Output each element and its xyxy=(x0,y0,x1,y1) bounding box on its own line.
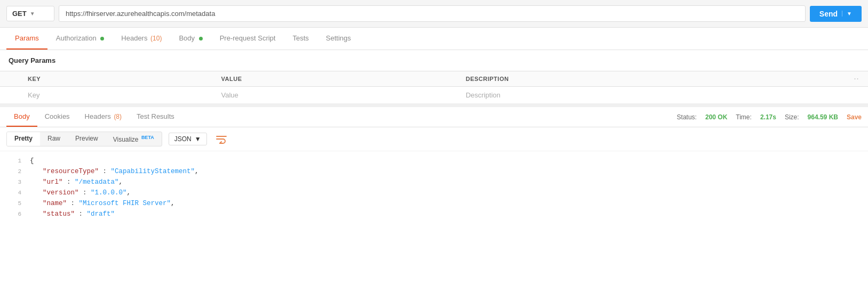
method-select[interactable]: GET ▼ xyxy=(6,6,54,21)
json-format-select[interactable]: JSON ▼ xyxy=(169,133,207,145)
format-tab-pretty[interactable]: Pretty xyxy=(7,132,40,146)
query-params-title: Query Params xyxy=(0,50,868,71)
json-open-brace: { xyxy=(30,156,34,166)
json-key-3: "url" xyxy=(43,178,63,186)
resp-cookies-label: Cookies xyxy=(45,112,70,120)
tab-authorization-label: Authorization xyxy=(56,34,97,42)
tab-headers-label: Headers xyxy=(121,34,147,42)
tab-headers[interactable]: Headers (10) xyxy=(113,28,170,50)
json-key-6: "status" xyxy=(43,210,75,218)
time-value: 2.17s xyxy=(760,113,776,121)
json-key-5: "name" xyxy=(43,200,67,207)
format-tabs: Pretty Raw Preview Visualize BETA xyxy=(6,132,162,146)
tab-tests-label: Tests xyxy=(292,34,308,42)
resp-tab-headers[interactable]: Headers (8) xyxy=(77,107,129,127)
json-line-3: 3 "url" : "/metadata", xyxy=(0,177,868,187)
send-button[interactable]: Send ▼ xyxy=(810,6,862,22)
response-toolbar: Pretty Raw Preview Visualize BETA JSON ▼ xyxy=(0,127,868,151)
json-select-chevron-icon: ▼ xyxy=(195,135,201,143)
size-value: 964.59 KB xyxy=(808,113,838,121)
row-key-cell[interactable]: Key xyxy=(19,87,213,104)
json-body: 1 { 2 "resourceType" : "CapabilityStatem… xyxy=(0,151,868,224)
checkbox-col-header xyxy=(0,71,19,87)
authorization-dot-icon xyxy=(100,37,104,40)
key-col-header: KEY xyxy=(19,71,213,87)
row-value-cell[interactable]: Value xyxy=(213,87,457,104)
json-key-4: "version" xyxy=(43,189,79,197)
tab-pre-request-script-label: Pre-request Script xyxy=(220,34,276,42)
wrap-button[interactable] xyxy=(213,132,229,146)
time-label: Time: xyxy=(736,113,752,121)
tab-body[interactable]: Body xyxy=(170,28,211,50)
json-line-1: 1 { xyxy=(0,156,868,166)
line-num-4: 4 xyxy=(4,189,21,198)
json-value-4: "1.0.0.0" xyxy=(91,189,127,197)
json-format-label: JSON xyxy=(174,135,192,143)
format-visualize-label: Visualize xyxy=(113,136,139,143)
resp-body-label: Body xyxy=(14,112,30,120)
tab-params[interactable]: Params xyxy=(6,28,47,50)
value-placeholder: Value xyxy=(221,91,238,99)
params-table: KEY VALUE DESCRIPTION ·· Key Value Descr… xyxy=(0,71,868,104)
url-input[interactable] xyxy=(59,5,806,22)
line-num-1: 1 xyxy=(4,157,21,166)
response-tabs: Body Cookies Headers (8) Test Results xyxy=(6,107,677,127)
tab-tests[interactable]: Tests xyxy=(284,28,317,50)
json-colon-2: : xyxy=(103,168,111,175)
method-label: GET xyxy=(12,10,27,18)
line-num-2: 2 xyxy=(4,167,21,177)
line-num-5: 5 xyxy=(4,199,21,209)
resp-tab-body[interactable]: Body xyxy=(6,107,37,127)
response-status: Status: 200 OK Time: 2.17s Size: 964.59 … xyxy=(677,113,862,121)
json-value-6: "draft" xyxy=(87,210,115,218)
size-label: Size: xyxy=(785,113,799,121)
tab-pre-request-script[interactable]: Pre-request Script xyxy=(211,28,284,50)
tab-authorization[interactable]: Authorization xyxy=(47,28,113,50)
json-colon-6: : xyxy=(79,210,87,218)
json-value-2: "CapabilityStatement" xyxy=(111,168,195,175)
row-checkbox-cell xyxy=(0,87,19,104)
json-line-5: 5 "name" : "Microsoft FHIR Server", xyxy=(0,198,868,209)
method-chevron-icon: ▼ xyxy=(30,11,35,17)
format-raw-label: Raw xyxy=(47,135,60,142)
row-description-cell[interactable]: Description xyxy=(457,87,846,104)
description-col-header: DESCRIPTION xyxy=(457,71,846,87)
beta-badge: BETA xyxy=(141,135,154,140)
json-key-2: "resourceType" xyxy=(43,168,99,175)
tab-settings-label: Settings xyxy=(326,34,351,42)
format-tab-visualize[interactable]: Visualize BETA xyxy=(106,132,162,146)
tab-settings[interactable]: Settings xyxy=(317,28,360,50)
line-num-3: 3 xyxy=(4,178,21,187)
resp-tab-cookies[interactable]: Cookies xyxy=(37,107,77,127)
save-response-button[interactable]: Save xyxy=(847,113,862,121)
line-num-6: 6 xyxy=(4,210,21,219)
format-tab-preview[interactable]: Preview xyxy=(68,132,106,146)
response-header: Body Cookies Headers (8) Test Results St… xyxy=(0,104,868,127)
format-pretty-label: Pretty xyxy=(14,135,33,142)
send-label: Send xyxy=(819,10,838,18)
json-colon-3: : xyxy=(67,178,75,186)
json-colon-5: : xyxy=(71,200,79,207)
resp-headers-badge: (8) xyxy=(114,113,122,120)
json-colon-4: : xyxy=(83,189,91,197)
status-label: Status: xyxy=(677,113,697,121)
json-line-2: 2 "resourceType" : "CapabilityStatement"… xyxy=(0,166,868,177)
json-line-6: 6 "status" : "draft" xyxy=(0,209,868,219)
value-col-header: VALUE xyxy=(213,71,457,87)
format-tab-raw[interactable]: Raw xyxy=(40,132,68,146)
json-line-4: 4 "version" : "1.0.0.0", xyxy=(0,187,868,198)
json-value-5: "Microsoft FHIR Server" xyxy=(79,200,171,207)
json-value-3: "/metadata" xyxy=(75,178,119,186)
actions-col-header: ·· xyxy=(846,71,868,87)
top-bar: GET ▼ Send ▼ xyxy=(0,0,868,28)
key-placeholder: Key xyxy=(28,91,39,99)
resp-tab-test-results[interactable]: Test Results xyxy=(129,107,182,127)
resp-test-results-label: Test Results xyxy=(137,112,174,120)
table-row: Key Value Description xyxy=(0,87,868,104)
row-actions-cell xyxy=(846,87,868,104)
format-preview-label: Preview xyxy=(75,135,98,142)
tab-params-label: Params xyxy=(15,34,39,42)
send-chevron-icon: ▼ xyxy=(842,11,852,17)
request-tabs: Params Authorization Headers (10) Body P… xyxy=(0,28,868,50)
description-placeholder: Description xyxy=(466,91,500,99)
